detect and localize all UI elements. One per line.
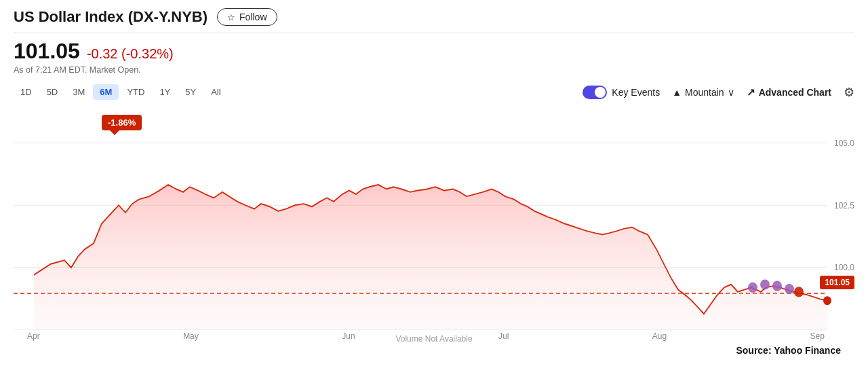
tab-all[interactable]: All <box>204 84 227 100</box>
x-label-jul: Jul <box>498 331 509 341</box>
advanced-chart-label: Advanced Chart <box>759 87 831 98</box>
mountain-icon: ▲ <box>672 87 682 98</box>
x-label-jun: Jun <box>342 331 355 341</box>
mountain-button[interactable]: ▲ Mountain ∨ <box>672 87 734 98</box>
x-label-aug: Aug <box>652 331 667 341</box>
star-icon: ☆ <box>227 12 235 22</box>
svg-point-11 <box>785 284 794 294</box>
chevron-down-icon: ∨ <box>728 87 734 98</box>
price-change-pct: (-0.32%) <box>121 46 174 61</box>
x-label-apr: Apr <box>27 331 40 341</box>
price-row: 101.05 -0.32 (-0.32%) <box>14 39 854 64</box>
asset-title: US Dollar Index (DX-Y.NYB) <box>14 8 208 26</box>
svg-text:102.50: 102.50 <box>834 200 854 211</box>
source-label: Source: Yahoo Finance <box>14 345 854 356</box>
header-row: US Dollar Index (DX-Y.NYB) ☆ Follow <box>14 8 854 33</box>
x-label-sep: Sep <box>810 331 825 341</box>
toggle-switch[interactable] <box>583 86 607 99</box>
chart-area: -1.86% 105.00 102.50 100.00 <box>14 103 854 330</box>
svg-point-13 <box>823 296 831 305</box>
key-events-toggle[interactable]: Key Events <box>583 86 660 99</box>
advanced-chart-icon: ↗ <box>747 86 755 98</box>
price-change: -0.32 (-0.32%) <box>87 46 174 62</box>
chart-tools: Key Events ▲ Mountain ∨ ↗ Advanced Chart… <box>583 85 854 100</box>
tab-1d[interactable]: 1D <box>14 84 39 100</box>
mountain-label: Mountain <box>685 87 724 98</box>
tab-ytd[interactable]: YTD <box>120 84 151 100</box>
chart-svg: 105.00 102.50 100.00 <box>14 103 854 330</box>
price-meta: As of 7:21 AM EDT. Market Open. <box>14 65 854 75</box>
advanced-chart-button[interactable]: ↗ Advanced Chart <box>747 86 831 98</box>
tab-3m[interactable]: 3M <box>66 84 92 100</box>
chart-tooltip-badge: -1.86% <box>102 115 142 130</box>
settings-icon[interactable]: ⚙ <box>844 85 854 100</box>
page-container: US Dollar Index (DX-Y.NYB) ☆ Follow 101.… <box>0 0 868 356</box>
current-price: 101.05 <box>14 39 80 64</box>
follow-button[interactable]: ☆ Follow <box>217 8 277 26</box>
svg-point-12 <box>794 287 804 297</box>
volume-label: Volume Not Available <box>14 334 854 344</box>
svg-point-8 <box>748 282 757 293</box>
tab-6m[interactable]: 6M <box>93 84 119 100</box>
svg-text:100.00: 100.00 <box>834 263 854 273</box>
price-change-value: -0.32 <box>87 46 118 61</box>
chart-controls: 1D 5D 3M 6M YTD 1Y 5Y All Key Events ▲ M… <box>14 81 854 103</box>
tab-1y[interactable]: 1Y <box>153 84 177 100</box>
follow-label: Follow <box>239 12 267 22</box>
svg-point-10 <box>772 281 782 291</box>
svg-text:105.00: 105.00 <box>834 138 854 148</box>
x-label-may: May <box>183 331 199 341</box>
time-tabs: 1D 5D 3M 6M YTD 1Y 5Y All <box>14 84 228 100</box>
tab-5y[interactable]: 5Y <box>178 84 203 100</box>
price-badge: 101.05 <box>820 276 854 289</box>
key-events-label: Key Events <box>612 87 660 98</box>
svg-point-9 <box>760 279 770 289</box>
tab-5d[interactable]: 5D <box>40 84 65 100</box>
